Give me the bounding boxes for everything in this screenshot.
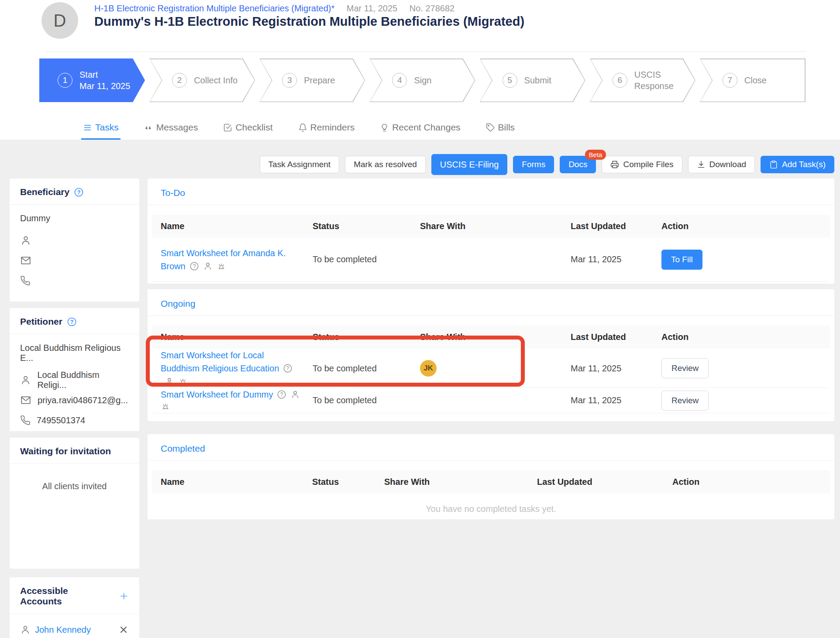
tab-bills[interactable]: Bills (486, 122, 515, 140)
ongoing-table-header: Name Status Share With Last Updated Acti… (152, 326, 830, 349)
table-row: Smart Worksheet for Local Buddhism Relig… (152, 349, 830, 388)
step-collect-info[interactable]: 2 Collect Info (149, 58, 255, 102)
compile-files-button[interactable]: Compile Files (602, 156, 682, 173)
task-link[interactable]: Smart Worksheet for Local Buddhism Relig… (161, 350, 279, 373)
step-start[interactable]: 1 Start Mar 11, 2025 (39, 58, 145, 102)
tab-label: Recent Changes (392, 122, 460, 133)
step-sublabel: Mar 11, 2025 (79, 81, 130, 91)
step-submit[interactable]: 5 Submit (480, 58, 585, 102)
column-last-updated: Last Updated (571, 221, 661, 231)
button-label: Task Assignment (269, 160, 331, 169)
tab-messages[interactable]: Messages (144, 122, 198, 140)
bell-icon (298, 123, 307, 132)
button-label: USCIS E-Filing (440, 160, 499, 170)
step-sign[interactable]: 4 Sign (369, 58, 475, 102)
review-button[interactable]: Review (661, 391, 709, 411)
petitioner-heading: Petitioner (20, 316, 62, 327)
tab-checklist[interactable]: Checklist (223, 122, 272, 140)
step-label: USCIS Response (634, 69, 695, 92)
case-date: Mar 11, 2025 (347, 3, 397, 13)
task-last-updated: Mar 11, 2025 (571, 254, 661, 264)
tab-tasks[interactable]: Tasks (83, 122, 119, 140)
assignee-icon[interactable] (165, 377, 174, 386)
assignee-icon[interactable] (203, 261, 213, 271)
help-icon[interactable]: ? (277, 390, 286, 399)
beta-badge: Beta (585, 150, 606, 160)
help-icon[interactable]: ? (67, 317, 77, 327)
review-button[interactable]: Review (661, 358, 709, 378)
ongoing-section-card: Ongoing Name Status Share With Last Upda… (148, 289, 834, 421)
alarm-icon[interactable] (217, 261, 226, 271)
step-uscis-response[interactable]: 6 USCIS Response (590, 58, 695, 102)
svg-text:?: ? (286, 365, 289, 371)
ongoing-section-title: Ongoing (148, 289, 834, 316)
step-label: Close (744, 75, 767, 86)
phone-icon (20, 275, 31, 286)
quote-icon (144, 123, 153, 132)
add-tasks-button[interactable]: Add Task(s) (761, 156, 834, 173)
tab-label: Reminders (310, 122, 355, 133)
step-close[interactable]: 7 Close (700, 58, 806, 102)
alarm-icon[interactable] (178, 377, 188, 386)
waiting-heading: Waiting for invitation (20, 446, 111, 456)
uscis-efiling-button[interactable]: USCIS E-Filing (431, 154, 507, 175)
add-account-icon[interactable] (119, 591, 129, 601)
column-name: Name (161, 477, 312, 487)
task-link[interactable]: Smart Worksheet for Dummy (161, 390, 273, 399)
column-name: Name (161, 221, 313, 231)
share-with-avatar[interactable]: JK (420, 360, 437, 377)
button-label: Docs (568, 160, 587, 169)
task-assignment-button[interactable]: Task Assignment (260, 156, 340, 173)
column-status: Status (312, 477, 384, 487)
task-list-icon (83, 123, 92, 132)
task-status: To be completed (313, 395, 420, 405)
column-share-with: Share With (420, 332, 571, 342)
download-button[interactable]: Download (688, 156, 755, 173)
to-fill-button[interactable]: To Fill (661, 250, 702, 270)
mark-as-resolved-button[interactable]: Mark as resolved (345, 156, 426, 173)
help-icon[interactable]: ? (189, 261, 199, 271)
column-status: Status (313, 332, 420, 342)
completed-empty-state: You have no completed tasks yet. (152, 494, 830, 525)
step-number: 4 (392, 73, 407, 88)
beneficiary-card: Beneficiary ? Dummy (10, 178, 139, 302)
help-icon[interactable]: ? (74, 187, 84, 197)
tab-label: Messages (156, 122, 198, 133)
step-prepare[interactable]: 3 Prepare (259, 58, 365, 102)
person-icon (20, 624, 31, 635)
help-icon[interactable]: ? (283, 364, 293, 373)
todo-section-title: To-Do (148, 178, 834, 205)
clipboard-icon (769, 160, 778, 169)
forms-button[interactable]: Forms (513, 156, 554, 173)
column-action: Action (661, 332, 830, 342)
step-number: 1 (58, 73, 72, 88)
alarm-icon[interactable] (161, 401, 170, 411)
tab-label: Bills (498, 122, 515, 133)
step-label: Prepare (304, 75, 335, 86)
task-status: To be completed (313, 254, 420, 264)
tab-label: Checklist (235, 122, 272, 133)
remove-account-icon[interactable] (118, 624, 129, 635)
petitioner-card: Petitioner ? Local Buddhism Religious E.… (10, 308, 139, 431)
mail-icon (20, 394, 31, 406)
completed-section-card: Completed Name Status Share With Last Up… (148, 434, 834, 519)
tab-reminders[interactable]: Reminders (298, 122, 355, 140)
case-avatar: D (41, 2, 78, 39)
task-last-updated: Mar 11, 2025 (571, 364, 661, 374)
breadcrumb-case-link[interactable]: H-1B Electronic Registration Multiple Be… (94, 3, 334, 13)
account-name-link[interactable]: John Kennedy (35, 625, 91, 635)
mail-icon (20, 255, 31, 266)
petitioner-contact-name: Local Buddhism Religi... (37, 370, 129, 390)
svg-text:?: ? (70, 319, 74, 325)
tab-recent-changes[interactable]: Recent Changes (380, 122, 460, 140)
beneficiary-name: Dummy (20, 213, 129, 223)
step-number: 3 (282, 73, 297, 88)
column-last-updated: Last Updated (571, 332, 661, 342)
svg-text:?: ? (77, 189, 81, 195)
page-title: Dummy's H-1B Electronic Registration Mul… (94, 14, 524, 29)
column-share-with: Share With (384, 477, 537, 487)
step-number: 7 (723, 73, 737, 88)
assignee-icon[interactable] (290, 390, 300, 399)
docs-button[interactable]: Docs Beta (560, 156, 596, 173)
phone-icon (20, 415, 31, 425)
